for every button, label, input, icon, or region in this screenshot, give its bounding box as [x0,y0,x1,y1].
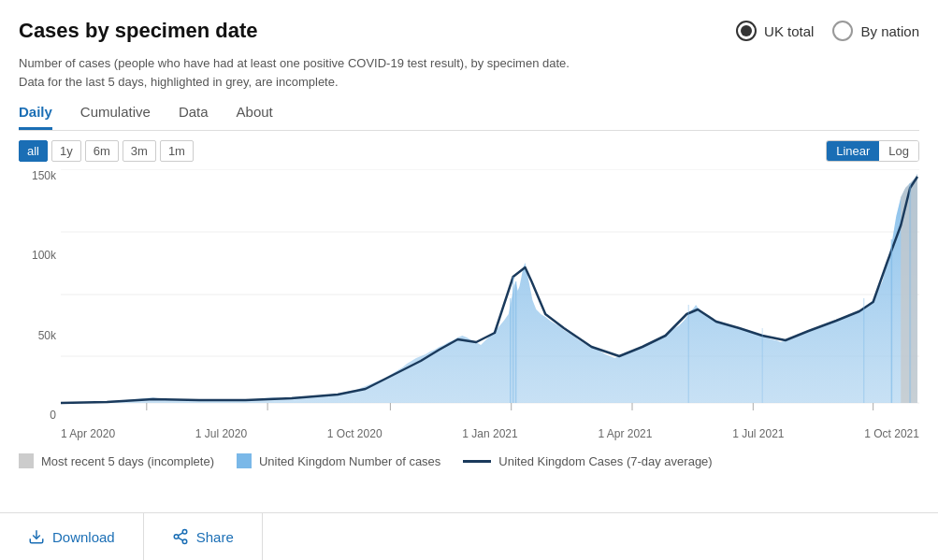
main-container: Cases by specimen date UK total By natio… [0,0,938,560]
radio-uk-total[interactable]: UK total [736,21,814,41]
chart-svg [61,169,919,422]
x-label-jul-2021: 1 Jul 2021 [732,427,784,440]
radio-group: UK total By nation [736,21,919,41]
header-row: Cases by specimen date UK total By natio… [19,19,919,43]
legend: Most recent 5 days (incomplete) United K… [19,453,919,468]
legend-dark-line [463,460,491,463]
radio-uk-total-label: UK total [764,23,814,39]
svg-point-23 [182,539,187,544]
download-icon [28,528,45,545]
svg-point-22 [174,535,179,539]
tab-data[interactable]: Data [179,104,209,130]
legend-grey-square [19,453,34,468]
x-label-jul-2020: 1 Jul 2020 [195,427,247,440]
x-label-oct-2021: 1 Oct 2021 [864,427,919,440]
tab-about[interactable]: About [237,104,273,130]
time-btn-6m[interactable]: 6m [85,140,119,162]
y-label-50k: 50k [19,329,56,342]
download-label: Download [52,529,115,545]
x-label-apr-2021: 1 Apr 2021 [598,427,652,440]
time-filters: all 1y 6m 3m 1m [19,140,194,162]
x-axis: 1 Apr 2020 1 Jul 2020 1 Oct 2020 1 Jan 2… [61,427,919,440]
tabs: Daily Cumulative Data About [19,104,919,131]
chart-title: Cases by specimen date [19,19,258,43]
x-label-apr-2020: 1 Apr 2020 [61,427,115,440]
time-btn-1m[interactable]: 1m [160,140,194,162]
radio-circle-by-nation [832,21,853,41]
y-label-100k: 100k [19,249,56,262]
share-button[interactable]: Share [144,513,263,560]
legend-incomplete-label: Most recent 5 days (incomplete) [41,454,214,468]
radio-by-nation-label: By nation [860,23,919,39]
legend-average: United Kingdom Cases (7-day average) [463,454,712,468]
x-label-oct-2020: 1 Oct 2020 [327,427,382,440]
legend-cases: United Kingdom Number of cases [237,453,440,468]
svg-line-24 [178,538,182,540]
legend-incomplete: Most recent 5 days (incomplete) [19,453,214,468]
share-icon [172,528,189,545]
legend-cases-label: United Kingdom Number of cases [259,454,440,468]
radio-circle-uk-total [736,21,757,41]
scale-btn-log[interactable]: Log [879,141,918,161]
chart-area: 150k 100k 50k 0 [19,169,919,440]
chart-inner [61,169,919,422]
scale-btn-linear[interactable]: Linear [827,141,879,161]
share-label: Share [196,529,234,545]
time-btn-3m[interactable]: 3m [123,140,156,162]
tab-daily[interactable]: Daily [19,104,52,130]
time-btn-1y[interactable]: 1y [51,140,81,162]
footer-bar: Download Share [0,512,938,560]
y-label-150k: 150k [19,169,56,182]
download-button[interactable]: Download [0,513,144,560]
scale-toggle: Linear Log [826,140,919,162]
svg-point-21 [182,530,187,535]
legend-average-label: United Kingdom Cases (7-day average) [498,454,712,468]
legend-blue-square [237,453,252,468]
controls-row: all 1y 6m 3m 1m Linear Log [19,140,919,162]
svg-line-25 [178,533,182,536]
y-label-0: 0 [19,409,56,422]
subtitle: Number of cases (people who have had at … [19,54,580,91]
tab-cumulative[interactable]: Cumulative [80,104,151,130]
time-btn-all[interactable]: all [19,140,48,162]
x-label-jan-2021: 1 Jan 2021 [462,427,517,440]
radio-by-nation[interactable]: By nation [832,21,919,41]
y-axis: 150k 100k 50k 0 [19,169,56,440]
